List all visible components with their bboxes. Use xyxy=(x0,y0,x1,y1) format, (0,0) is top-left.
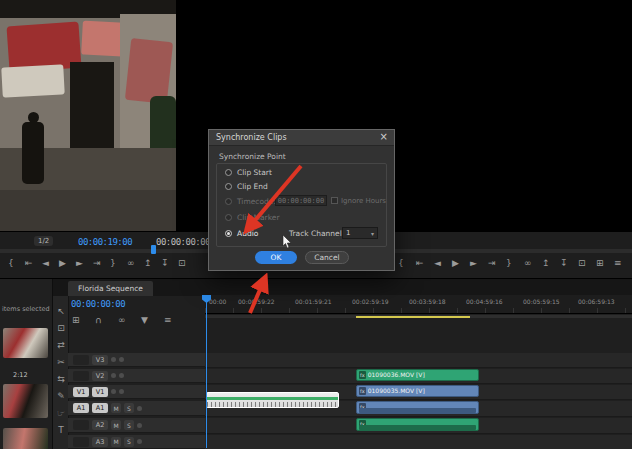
step-forward-icon[interactable]: ► xyxy=(470,259,477,268)
go-to-out-icon[interactable]: ⇥ xyxy=(93,259,101,268)
solo-button[interactable]: S xyxy=(124,437,134,447)
ignore-hours-checkbox[interactable] xyxy=(331,197,338,204)
go-to-in-icon[interactable]: ⇤ xyxy=(416,259,424,268)
step-back-icon[interactable]: ◄ xyxy=(42,259,49,268)
pen-tool-icon[interactable]: ✎ xyxy=(54,392,68,401)
microphone-icon[interactable] xyxy=(137,423,142,428)
add-marker-icon[interactable]: ▼ xyxy=(141,316,148,325)
clip-blue-audio[interactable]: fx xyxy=(356,401,479,414)
radio-clip-start[interactable] xyxy=(225,169,232,176)
mute-button[interactable]: M xyxy=(111,437,121,447)
project-thumbnail[interactable] xyxy=(3,328,48,358)
cancel-button[interactable]: Cancel xyxy=(305,251,349,264)
radio-clip-marker[interactable] xyxy=(225,214,232,221)
sync-lock-icon[interactable] xyxy=(111,357,116,362)
sync-lock-icon[interactable] xyxy=(111,389,116,394)
lift-icon[interactable]: ↥ xyxy=(144,259,152,268)
clip-green-video[interactable]: fx 01090036.MOV [V] xyxy=(356,369,479,381)
option-timecode[interactable]: Timecode: xyxy=(237,197,276,206)
lift-icon[interactable]: ↥ xyxy=(542,259,550,268)
monitor-duration-timecode[interactable]: 00:00:00:00 xyxy=(156,237,210,247)
track-name-v2[interactable]: V2 xyxy=(92,371,108,381)
clip-blue-video[interactable]: fx 01090035.MOV [V] xyxy=(356,385,479,397)
solo-button[interactable]: S xyxy=(124,420,134,430)
export-frame-icon[interactable]: ⊡ xyxy=(178,259,186,268)
play-icon[interactable]: ▶ xyxy=(452,259,459,268)
sync-lock-icon[interactable] xyxy=(111,373,116,378)
track-content-a3[interactable] xyxy=(205,435,632,449)
timecode-field[interactable]: 00:00:00:00 xyxy=(275,195,327,206)
extract-icon[interactable]: ↧ xyxy=(560,259,568,268)
time-ruler[interactable]: 00:00 00:00:59:22 00:01:59:21 00:02:59:1… xyxy=(205,295,632,314)
hand-tool-icon[interactable]: ☞ xyxy=(54,409,68,418)
microphone-icon[interactable] xyxy=(137,439,142,444)
project-thumbnail[interactable] xyxy=(3,428,48,449)
source-patch[interactable] xyxy=(73,420,89,430)
option-clip-start[interactable]: Clip Start xyxy=(237,168,272,177)
timeline-playhead-line[interactable] xyxy=(206,296,207,448)
play-icon[interactable]: ▶ xyxy=(59,259,66,268)
mute-button[interactable]: M xyxy=(111,420,121,430)
source-patch[interactable] xyxy=(73,371,89,381)
ok-button[interactable]: OK xyxy=(255,251,297,264)
export-frame-icon[interactable]: ⊡ xyxy=(578,259,586,268)
track-name-a2[interactable]: A2 xyxy=(92,420,108,430)
sequence-playhead-timecode[interactable]: 00:00:00:00 xyxy=(71,299,125,309)
track-name-a1[interactable]: A1 xyxy=(92,403,108,413)
radio-clip-end[interactable] xyxy=(225,183,232,190)
mark-out-icon[interactable]: } xyxy=(110,259,116,268)
tab-florida-sequence[interactable]: Florida Sequence xyxy=(68,281,153,296)
step-back-icon[interactable]: ◄ xyxy=(434,259,441,268)
nest-toggle-icon[interactable]: ⊞ xyxy=(72,316,80,325)
radio-audio[interactable] xyxy=(225,230,232,237)
track-select-tool-icon[interactable]: ⊡ xyxy=(54,324,68,333)
clip-merged-selected[interactable] xyxy=(206,392,339,408)
mark-out-icon[interactable]: } xyxy=(506,259,512,268)
source-patch-a1[interactable]: A1 xyxy=(73,403,89,413)
track-lock-icon[interactable] xyxy=(119,357,124,362)
go-to-out-icon[interactable]: ⇥ xyxy=(488,259,496,268)
track-content-v3[interactable] xyxy=(205,353,632,368)
step-forward-icon[interactable]: ► xyxy=(76,259,83,268)
linked-selection-icon[interactable]: ∞ xyxy=(118,316,126,325)
settings-menu-icon[interactable]: ≡ xyxy=(614,259,622,268)
loop-icon[interactable]: ∞ xyxy=(524,259,532,268)
option-audio[interactable]: Audio xyxy=(237,229,258,238)
monitor-playhead[interactable] xyxy=(151,245,156,254)
track-name-v1[interactable]: V1 xyxy=(92,387,108,397)
microphone-icon[interactable] xyxy=(137,406,142,411)
clip-green-audio[interactable]: fx xyxy=(356,418,479,431)
mark-in-icon[interactable]: { xyxy=(8,259,14,268)
razor-tool-icon[interactable]: ✂ xyxy=(54,358,68,367)
selection-tool-icon[interactable]: ↖ xyxy=(54,307,68,316)
timeline-settings-icon[interactable]: ≡ xyxy=(164,316,172,325)
track-lock-icon[interactable] xyxy=(119,373,124,378)
type-tool-icon[interactable]: T xyxy=(54,426,68,435)
source-patch-v1[interactable]: V1 xyxy=(73,387,89,397)
option-clip-marker[interactable]: Clip Marker xyxy=(237,213,279,222)
radio-timecode[interactable] xyxy=(225,198,232,205)
loop-icon[interactable]: ∞ xyxy=(127,259,135,268)
mute-button[interactable]: M xyxy=(111,403,121,413)
source-patch[interactable] xyxy=(73,355,89,365)
extract-icon[interactable]: ↧ xyxy=(161,259,169,268)
go-to-in-icon[interactable]: ⇤ xyxy=(25,259,33,268)
track-lock-icon[interactable] xyxy=(119,389,124,394)
monitor-position-timecode[interactable]: 00:00:19:00 xyxy=(78,237,132,247)
zoom-level-badge[interactable]: 1/2 xyxy=(34,236,53,246)
close-icon[interactable]: × xyxy=(380,131,388,142)
track-name-a3[interactable]: A3 xyxy=(92,437,108,447)
ignore-hours-label[interactable]: Ignore Hours xyxy=(341,197,386,205)
source-patch[interactable] xyxy=(73,437,89,447)
solo-button[interactable]: S xyxy=(124,403,134,413)
slip-tool-icon[interactable]: ⇆ xyxy=(54,375,68,384)
track-channel-dropdown[interactable]: 1 ▾ xyxy=(342,227,378,239)
option-clip-end[interactable]: Clip End xyxy=(237,182,268,191)
dialog-title-bar[interactable]: Synchronize Clips × xyxy=(209,130,394,146)
mark-in-icon[interactable]: { xyxy=(398,259,404,268)
project-thumbnail[interactable] xyxy=(3,384,48,418)
compare-icon[interactable]: ⊞ xyxy=(596,259,604,268)
track-name-v3[interactable]: V3 xyxy=(92,355,108,365)
ripple-edit-tool-icon[interactable]: ⇄ xyxy=(54,341,68,350)
snap-toggle-icon[interactable]: ∩ xyxy=(95,316,102,325)
